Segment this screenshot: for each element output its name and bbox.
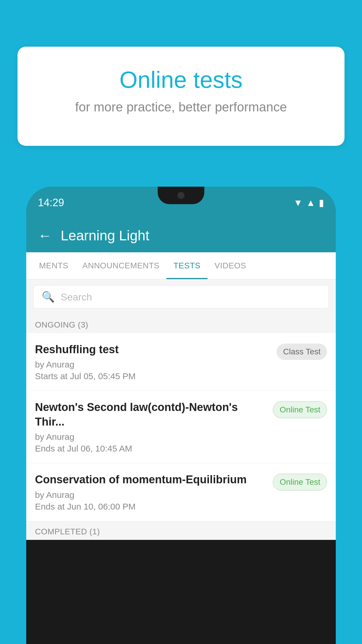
tab-videos[interactable]: VIDEOS	[208, 252, 253, 279]
wifi-icon: ▼	[294, 197, 303, 208]
test-author-1: by Anurag	[35, 360, 270, 370]
test-date-2: Ends at Jul 06, 10:45 AM	[35, 444, 266, 454]
test-author-2: by Anurag	[35, 432, 266, 442]
search-container: 🔍 Search	[26, 279, 336, 314]
phone-time: 14:29	[38, 197, 64, 209]
test-badge-3: Online Test	[273, 474, 327, 491]
tab-announcements[interactable]: ANNOUNCEMENTS	[75, 252, 167, 279]
completed-section-header: COMPLETED (1)	[26, 521, 336, 540]
test-badge-2: Online Test	[273, 401, 327, 418]
test-date-1: Starts at Jul 05, 05:45 PM	[35, 371, 270, 381]
status-bar: 14:29 ▼ ▲ ▮	[26, 187, 336, 219]
search-bar[interactable]: 🔍 Search	[33, 285, 329, 309]
test-item-1[interactable]: Reshuffling test by Anurag Starts at Jul…	[26, 333, 336, 391]
test-item-2[interactable]: Newton's Second law(contd)-Newton's Thir…	[26, 391, 336, 463]
phone-mockup: 14:29 ▼ ▲ ▮ ← Learning Light MENTS ANNOU…	[26, 187, 336, 644]
phone-notch	[158, 187, 204, 204]
app-header: ← Learning Light	[26, 219, 336, 252]
ongoing-label: ONGOING (3)	[35, 320, 88, 329]
test-date-3: Ends at Jun 10, 06:00 PM	[35, 502, 266, 512]
phone-camera	[178, 192, 184, 199]
test-info-3: Conservation of momentum-Equilibrium by …	[35, 473, 266, 511]
speech-bubble-container: Online tests for more practice, better p…	[17, 47, 345, 146]
battery-icon: ▮	[319, 197, 324, 208]
test-badge-1: Class Test	[277, 344, 327, 360]
signal-icon: ▲	[306, 197, 315, 208]
bubble-subtitle: for more practice, better performance	[41, 100, 321, 114]
test-title-1: Reshuffling test	[35, 342, 270, 357]
test-info-2: Newton's Second law(contd)-Newton's Thir…	[35, 400, 266, 454]
back-button[interactable]: ←	[38, 229, 52, 243]
tab-tests[interactable]: TESTS	[166, 252, 208, 279]
ongoing-section-header: ONGOING (3)	[26, 314, 336, 333]
test-title-2: Newton's Second law(contd)-Newton's Thir…	[35, 400, 266, 429]
search-placeholder: Search	[61, 291, 92, 303]
bubble-title: Online tests	[41, 67, 321, 93]
test-info-1: Reshuffling test by Anurag Starts at Jul…	[35, 342, 270, 381]
test-title-3: Conservation of momentum-Equilibrium	[35, 473, 266, 487]
app-title: Learning Light	[61, 228, 149, 244]
phone-status-icons: ▼ ▲ ▮	[294, 197, 324, 208]
screen-content: MENTS ANNOUNCEMENTS TESTS VIDEOS 🔍 Searc…	[26, 252, 336, 540]
tab-ments[interactable]: MENTS	[32, 252, 75, 279]
tabs-bar: MENTS ANNOUNCEMENTS TESTS VIDEOS	[26, 252, 336, 279]
test-author-3: by Anurag	[35, 490, 266, 500]
completed-label: COMPLETED (1)	[35, 527, 100, 536]
search-icon: 🔍	[42, 291, 55, 303]
test-item-3[interactable]: Conservation of momentum-Equilibrium by …	[26, 463, 336, 521]
speech-bubble: Online tests for more practice, better p…	[17, 47, 345, 146]
